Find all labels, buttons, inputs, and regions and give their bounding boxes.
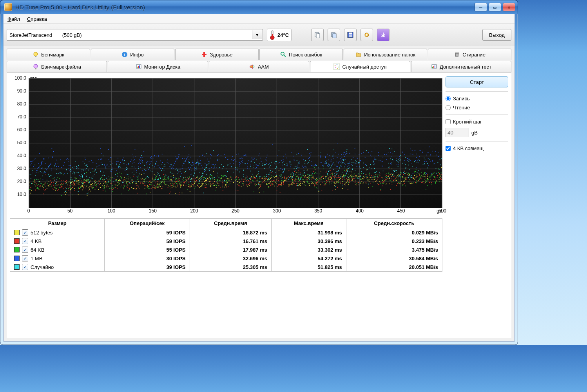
svg-rect-352 xyxy=(341,183,341,184)
row-checkbox[interactable]: ✓ xyxy=(22,247,28,253)
close-button[interactable]: ✕ xyxy=(503,3,515,11)
svg-rect-1895 xyxy=(203,154,203,155)
check-4kb-align[interactable]: 4 КВ совмещ xyxy=(446,145,508,151)
svg-rect-2202 xyxy=(337,157,338,158)
copy-screenshot-button[interactable] xyxy=(328,29,340,41)
save-button[interactable] xyxy=(344,29,357,41)
tab-случайный-доступ[interactable]: Случайный доступ xyxy=(310,61,410,72)
exit-button[interactable]: Выход xyxy=(482,29,511,41)
radio-write-input[interactable] xyxy=(446,96,451,101)
radio-write[interactable]: Запись xyxy=(446,96,508,102)
svg-rect-720 xyxy=(99,181,100,182)
svg-rect-1853 xyxy=(180,187,181,187)
svg-rect-1800 xyxy=(228,181,228,181)
svg-rect-2196 xyxy=(170,164,171,165)
svg-rect-2756 xyxy=(268,174,269,175)
svg-rect-3028 xyxy=(309,160,310,161)
tab-стирание[interactable]: Стирание xyxy=(428,49,511,60)
svg-rect-2454 xyxy=(208,169,209,169)
svg-rect-1158 xyxy=(362,181,362,182)
row-checkbox[interactable]: ✓ xyxy=(22,264,28,270)
tab-дополнительный-тест[interactable]: Дополнительный тест xyxy=(411,61,511,72)
svg-rect-821 xyxy=(328,178,328,179)
svg-rect-2091 xyxy=(306,166,306,167)
svg-rect-818 xyxy=(326,171,327,172)
svg-rect-97 xyxy=(66,190,67,191)
menu-file[interactable]: Файл xyxy=(7,16,20,22)
svg-rect-2114 xyxy=(181,168,181,169)
svg-rect-2743 xyxy=(199,181,200,182)
svg-rect-2514 xyxy=(374,172,375,173)
svg-rect-1526 xyxy=(152,187,153,188)
tab-бенчмарк[interactable]: Бенчмарк xyxy=(7,49,90,60)
svg-rect-1489 xyxy=(167,184,167,185)
start-button[interactable]: Старт xyxy=(446,76,508,87)
chevron-down-icon[interactable]: ▾ xyxy=(252,30,262,39)
titlebar[interactable]: HD Tune Pro 5.00 - Hard Disk Utility (Fu… xyxy=(0,0,518,14)
svg-rect-1678 xyxy=(135,181,136,182)
row-checkbox[interactable]: ✓ xyxy=(22,255,28,261)
tab-монитор-диска[interactable]: Монитор Диска xyxy=(108,61,208,72)
drive-select[interactable]: StoreJetTranscend (500 gB) ▾ xyxy=(7,29,263,41)
svg-rect-1115 xyxy=(40,186,41,187)
maximize-button[interactable]: ▭ xyxy=(489,3,501,11)
menu-help[interactable]: Справка xyxy=(27,16,47,22)
svg-rect-1830 xyxy=(194,181,195,182)
svg-rect-2156 xyxy=(199,156,200,157)
svg-rect-1134 xyxy=(407,177,408,178)
svg-rect-850 xyxy=(266,178,267,179)
check-4kb-align-input[interactable] xyxy=(446,146,451,151)
tab-поиск-ошибок[interactable]: Поиск ошибок xyxy=(259,49,343,60)
tab-использование-папок[interactable]: Использование папок xyxy=(344,49,427,60)
tab-аам[interactable]: ААМ xyxy=(209,61,309,72)
svg-rect-2096 xyxy=(128,164,129,165)
check-short-step[interactable]: Кроткий шаг xyxy=(446,119,508,125)
svg-rect-1174 xyxy=(72,184,72,185)
svg-rect-2067 xyxy=(190,164,191,165)
svg-rect-1043 xyxy=(106,186,107,187)
copy-text-button[interactable] xyxy=(311,29,324,41)
svg-rect-1065 xyxy=(50,180,51,181)
svg-rect-1361 xyxy=(70,187,71,187)
radio-read-input[interactable] xyxy=(446,105,451,110)
svg-rect-2677 xyxy=(283,171,284,172)
svg-rect-84 xyxy=(227,182,228,183)
download-button[interactable] xyxy=(377,29,390,41)
row-checkbox[interactable]: ✓ xyxy=(22,229,28,236)
col-header: Средн.скорость xyxy=(346,219,442,228)
svg-rect-173 xyxy=(76,181,77,181)
svg-rect-472 xyxy=(47,188,47,189)
svg-rect-109 xyxy=(319,191,319,192)
svg-rect-2536 xyxy=(50,175,51,176)
tab-здоровье[interactable]: Здоровье xyxy=(175,49,259,60)
radio-read[interactable]: Чтение xyxy=(446,105,508,111)
svg-rect-1777 xyxy=(315,172,316,173)
svg-rect-523 xyxy=(317,184,317,185)
svg-rect-3016 xyxy=(205,168,206,169)
svg-rect-2145 xyxy=(101,153,102,154)
svg-rect-2945 xyxy=(56,180,57,180)
svg-rect-2962 xyxy=(100,179,101,180)
svg-rect-1874 xyxy=(172,167,172,168)
tab-бэнчмарк-файла[interactable]: Бэнчмарк файла xyxy=(7,61,107,72)
svg-rect-2070 xyxy=(286,158,287,158)
row-checkbox[interactable]: ✓ xyxy=(22,238,28,244)
svg-rect-1442 xyxy=(344,170,345,171)
svg-rect-2372 xyxy=(207,159,208,160)
step-size-input[interactable] xyxy=(446,128,469,137)
svg-rect-2615 xyxy=(256,160,257,160)
svg-rect-37 xyxy=(435,65,435,68)
minimize-button[interactable]: — xyxy=(475,3,487,11)
svg-rect-2818 xyxy=(95,171,96,171)
svg-rect-154 xyxy=(299,183,299,184)
svg-rect-311 xyxy=(339,179,340,180)
step-size-stepper[interactable]: gB xyxy=(446,128,508,137)
tab-инфо[interactable]: iИнфо xyxy=(91,49,174,60)
svg-rect-891 xyxy=(307,180,308,180)
check-short-step-input[interactable] xyxy=(446,119,451,124)
svg-rect-520 xyxy=(370,179,370,180)
svg-rect-1493 xyxy=(29,189,30,190)
options-button[interactable] xyxy=(361,29,373,41)
cell-max: 30.396 ms xyxy=(271,237,346,245)
svg-rect-1429 xyxy=(256,175,257,176)
